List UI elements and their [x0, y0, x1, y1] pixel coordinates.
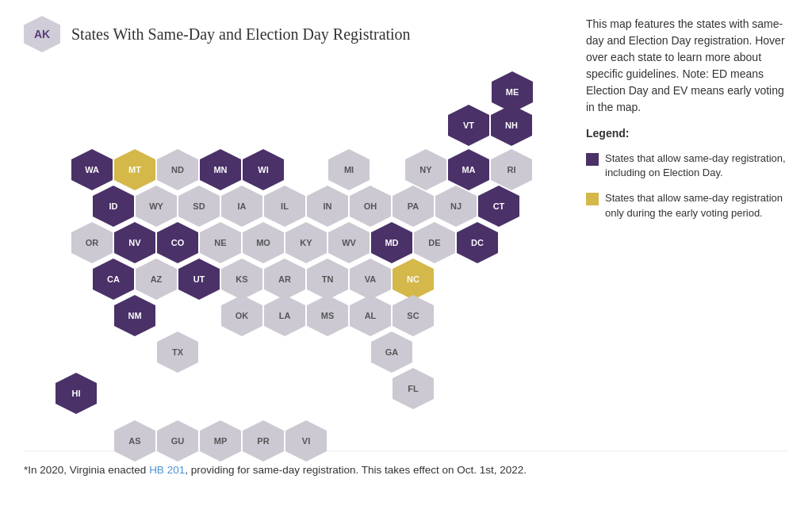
legend-swatch-purple — [586, 153, 599, 166]
hex-il[interactable]: IL — [264, 186, 305, 227]
side-panel: This map features the states with same-d… — [574, 16, 788, 436]
hex-ct[interactable]: CT — [478, 186, 519, 227]
hex-la[interactable]: LA — [264, 295, 305, 336]
hex-co[interactable]: CO — [157, 222, 198, 263]
hex-mn[interactable]: MN — [200, 149, 241, 190]
hex-nd[interactable]: ND — [157, 149, 198, 190]
hex-vt[interactable]: VT — [448, 105, 489, 146]
hex-ks[interactable]: KS — [221, 259, 262, 300]
hex-nh[interactable]: NH — [491, 105, 532, 146]
hex-sc[interactable]: SC — [393, 295, 434, 336]
hex-ga[interactable]: GA — [371, 331, 412, 373]
hex-oh[interactable]: OH — [350, 186, 391, 227]
hex-wv[interactable]: WV — [328, 222, 370, 263]
legend-yellow-text: States that allow same-day registration … — [605, 191, 788, 220]
hex-hi[interactable]: HI — [56, 373, 97, 414]
hex-ar[interactable]: AR — [264, 259, 305, 300]
hex-de[interactable]: DE — [414, 222, 455, 263]
hex-nv[interactable]: NV — [114, 222, 155, 263]
hex-nc[interactable]: NC — [393, 259, 434, 300]
hb201-link[interactable]: HB 201 — [149, 464, 185, 476]
legend-yellow: States that allow same-day registration … — [586, 191, 788, 220]
hex-fl[interactable]: FL — [393, 368, 434, 409]
hex-dc[interactable]: DC — [457, 222, 498, 263]
hex-ky[interactable]: KY — [285, 222, 327, 263]
hex-ut[interactable]: UT — [178, 259, 220, 300]
hex-va[interactable]: VA — [350, 259, 391, 300]
footnote-text1: *In 2020, Virginia enacted — [24, 464, 149, 476]
hex-ri[interactable]: RI — [491, 149, 532, 190]
description-text: This map features the states with same-d… — [586, 16, 788, 116]
hex-al[interactable]: AL — [350, 295, 391, 336]
legend-purple: States that allow same-day registration,… — [586, 151, 788, 180]
hex-md[interactable]: MD — [371, 222, 412, 263]
hex-id[interactable]: ID — [93, 186, 134, 227]
hex-ny[interactable]: NY — [405, 149, 446, 190]
legend-title: Legend: — [586, 125, 788, 142]
hex-az[interactable]: AZ — [136, 259, 177, 300]
hex-nj[interactable]: NJ — [435, 186, 477, 227]
hex-map: MEVTNHWAMTNDMNWIMINYMARIIDWYSDIAILINOHPA… — [24, 63, 547, 436]
hex-ia[interactable]: IA — [221, 186, 262, 227]
hex-ma[interactable]: MA — [448, 149, 489, 190]
hex-mt[interactable]: MT — [114, 149, 155, 190]
legend-swatch-yellow — [586, 193, 599, 205]
hex-ca[interactable]: CA — [93, 259, 134, 300]
hex-ok[interactable]: OK — [221, 295, 262, 336]
hex-wa[interactable]: WA — [71, 149, 113, 190]
hex-or[interactable]: OR — [71, 222, 113, 263]
hex-ne[interactable]: NE — [200, 222, 241, 263]
hex-mi[interactable]: MI — [328, 149, 370, 190]
hex-mo[interactable]: MO — [243, 222, 284, 263]
map-title: States With Same-Day and Election Day Re… — [71, 25, 411, 44]
ak-hex: AK — [24, 16, 60, 52]
hex-sd[interactable]: SD — [178, 186, 220, 227]
hex-wy[interactable]: WY — [136, 186, 177, 227]
hex-in[interactable]: IN — [307, 186, 348, 227]
footnote-text2: , providing for same-day registration. T… — [185, 464, 527, 476]
hex-tn[interactable]: TN — [307, 259, 348, 300]
hex-tx[interactable]: TX — [157, 331, 198, 373]
hex-pa[interactable]: PA — [393, 186, 434, 227]
legend-purple-text: States that allow same-day registration,… — [605, 151, 788, 180]
hex-wi[interactable]: WI — [243, 149, 284, 190]
hex-nm[interactable]: NM — [114, 295, 155, 336]
hex-ms[interactable]: MS — [307, 295, 348, 336]
